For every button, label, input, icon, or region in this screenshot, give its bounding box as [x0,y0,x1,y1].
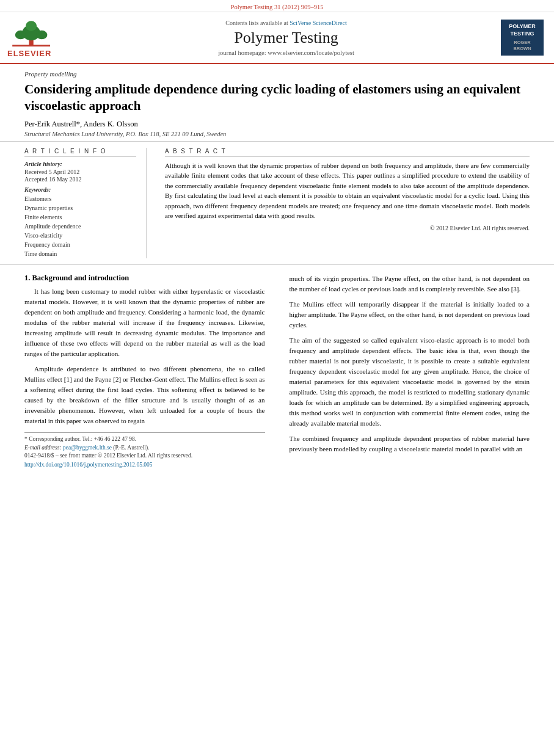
journal-badge: POLYMER TESTING ROGER BROWN [501,20,544,56]
keyword-1: Elastomers [24,194,136,203]
received-date: Received 5 April 2012 [24,169,136,175]
badge-line2: TESTING [505,31,540,38]
article-header: Property modelling Considering amplitude… [0,64,554,142]
footnote-email-link[interactable]: pea@byggmek.lth.se [63,445,112,451]
footnote-line1: * Corresponding author. Tel.: +46 46 222… [24,435,265,443]
history-label: Article history: [24,161,136,167]
journal-title-area: Contents lists available at SciVerse Sci… [75,17,498,58]
sciverse-link[interactable]: SciVerse ScienceDirect [290,20,347,26]
abstract-title: A B S T R A C T [165,148,530,157]
journal-title: Polymer Testing [234,29,338,47]
body-content: 1. Background and introduction It has lo… [0,265,554,476]
keyword-3: Finite elements [24,213,136,222]
keywords-list: Elastomers Dynamic properties Finite ele… [24,194,136,258]
journal-homepage: journal homepage: www.elsevier.com/locat… [218,49,354,56]
footnote-email-author: (P.-E. Austrell). [113,445,149,451]
publisher-logo-area: ELSEVIER [7,17,75,58]
body-right-para1: much of its virgin properties. The Payne… [290,274,530,294]
copyright-line: © 2012 Elsevier Ltd. All rights reserved… [165,225,530,231]
article-info-area: A R T I C L E I N F O Article history: R… [0,142,554,265]
section1-heading: 1. Background and introduction [24,274,265,283]
journal-reference-bar: Polymer Testing 31 (2012) 909–915 [0,0,554,12]
svg-rect-4 [12,45,50,46]
journal-badge-area: POLYMER TESTING ROGER BROWN [498,17,547,58]
body-right-para3: The aim of the suggested so called equiv… [290,335,530,429]
article-title: Considering amplitude dependence during … [24,81,530,115]
keyword-6: Frequency domain [24,240,136,249]
page: Polymer Testing 31 (2012) 909–915 ELSEVI… [0,0,554,756]
accepted-date: Accepted 16 May 2012 [24,176,136,183]
article-affiliation: Structural Mechanics Lund University, P.… [24,131,530,137]
footnote-line3: 0142-9418/$ – see front matter © 2012 El… [24,452,265,460]
body-right-para4: The combined frequency and amplitude dep… [290,434,530,454]
abstract-area: A B S T R A C T Although it is well know… [159,148,530,258]
elsevier-tree-icon [7,17,56,48]
body-para-2: Amplitude dependence is attributed to tw… [24,364,265,426]
journal-header: ELSEVIER Contents lists available at Sci… [0,12,554,64]
body-column-right: much of its virgin properties. The Payne… [283,274,530,470]
footnote-email-label: E-mail address: [24,445,63,451]
svg-point-2 [15,31,26,40]
badge-sub: ROGER BROWN [505,40,540,52]
article-authors: Per-Erik Austrell*, Anders K. Olsson [24,120,530,129]
article-info-title: A R T I C L E I N F O [24,148,136,157]
keyword-2: Dynamic properties [24,203,136,213]
body-right-para2: The Mullins effect will temporarily disa… [290,299,530,330]
journal-reference-text: Polymer Testing 31 (2012) 909–915 [231,4,324,10]
abstract-text: Although it is well known that the dynam… [165,161,530,221]
body-column-left: 1. Background and introduction It has lo… [24,274,271,470]
elsevier-label: ELSEVIER [7,49,51,58]
article-type: Property modelling [24,70,530,78]
footnote-doi-link[interactable]: http://dx.doi.org/10.1016/j.polymertesti… [24,462,153,468]
elsevier-logo: ELSEVIER [7,17,75,58]
contents-line: Contents lists available at SciVerse Sci… [225,20,347,26]
footnote-area: * Corresponding author. Tel.: +46 46 222… [24,432,265,469]
svg-point-3 [36,31,47,40]
keyword-7: Time domain [24,249,136,258]
keyword-4: Amplitude dependence [24,222,136,231]
body-para-1: It has long been customary to model rubb… [24,286,265,359]
footnote-line2: E-mail address: pea@byggmek.lth.se (P.-E… [24,444,265,452]
badge-line1: POLYMER [505,23,540,31]
keywords-label: Keywords: [24,186,136,193]
keyword-5: Visco-elasticity [24,231,136,240]
article-info-column: A R T I C L E I N F O Article history: R… [24,148,147,258]
svg-point-5 [26,21,37,31]
